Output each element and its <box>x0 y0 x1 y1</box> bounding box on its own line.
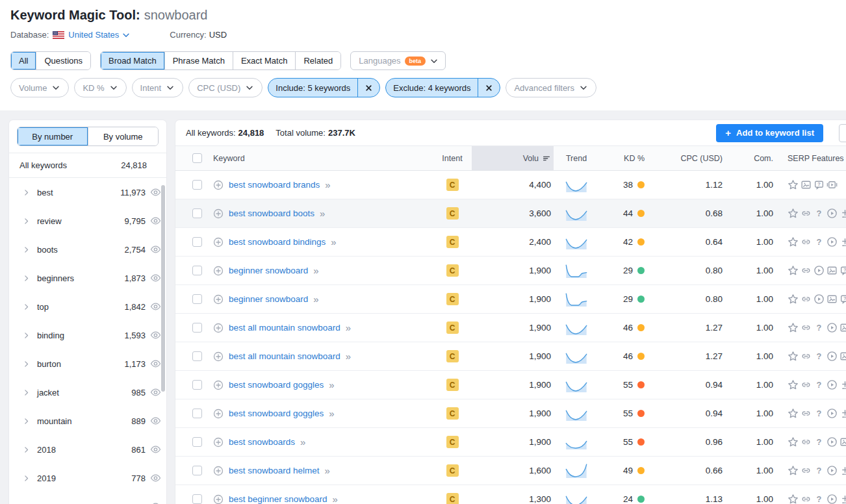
column-header-cpc[interactable]: CPC (USD) <box>680 154 723 163</box>
preview-eye-icon[interactable] <box>150 216 161 226</box>
filter-dropdown-cpc-usd-[interactable]: CPC (USD) <box>188 78 263 97</box>
sidebar-group-best[interactable]: best11,973 <box>9 178 166 207</box>
open-keyword-icon[interactable]: » <box>346 351 351 361</box>
preview-eye-icon[interactable] <box>150 501 161 504</box>
keyword-link[interactable]: best beginner snowboard <box>229 494 327 504</box>
add-keyword-icon[interactable] <box>213 466 224 476</box>
table-row[interactable]: best snowboard bindings»C2,400420.641.00 <box>175 228 846 257</box>
all-keywords-row[interactable]: All keywords 24,818 <box>9 153 166 178</box>
add-keyword-icon[interactable] <box>213 437 224 447</box>
exclude-filter-remove-button[interactable] <box>478 79 500 97</box>
tab-exact-match[interactable]: Exact Match <box>233 52 296 69</box>
chevron-right-icon[interactable] <box>22 246 31 254</box>
column-header-com[interactable]: Com. <box>754 154 773 163</box>
table-row[interactable]: best snowboard goggles»C1,900550.941.00 <box>175 371 846 399</box>
column-header-volume[interactable]: Volu <box>472 146 554 170</box>
preview-eye-icon[interactable] <box>150 301 161 312</box>
sidebar-group-mountain[interactable]: mountain889 <box>9 407 166 435</box>
open-keyword-icon[interactable]: » <box>313 266 318 275</box>
keyword-link[interactable]: best snowboard goggles <box>229 380 324 390</box>
sidebar-group-review[interactable]: review9,795 <box>9 207 166 235</box>
table-row[interactable]: best beginner snowboard»C1,300241.131.00 <box>175 485 846 504</box>
preview-eye-icon[interactable] <box>150 273 161 283</box>
row-checkbox[interactable] <box>192 437 202 447</box>
open-keyword-icon[interactable]: » <box>320 208 325 218</box>
open-keyword-icon[interactable]: » <box>333 494 338 504</box>
keyword-link[interactable]: best snowboard goggles <box>229 409 324 418</box>
keyword-link[interactable]: best snowboard helmet <box>229 466 320 475</box>
add-keyword-icon[interactable] <box>213 351 224 362</box>
table-row[interactable]: best all mountain snowboard»C1,900461.27… <box>175 342 846 371</box>
keyword-link[interactable]: best all mountain snowboard <box>229 351 340 361</box>
sort-by-volume-button[interactable]: By volume <box>88 127 159 145</box>
keyword-link[interactable]: best snowboard brands <box>229 180 320 190</box>
column-header-intent[interactable]: Intent <box>442 154 462 163</box>
add-keyword-icon[interactable] <box>213 294 224 305</box>
sidebar-group-men[interactable]: men674 <box>9 492 166 504</box>
table-row[interactable]: beginner snowboard»C1,900290.801.00 <box>175 285 846 314</box>
keyword-link[interactable]: beginner snowboard <box>229 266 308 275</box>
export-button-partial[interactable]: ⤓ <box>839 124 846 142</box>
row-checkbox[interactable] <box>192 323 202 333</box>
filter-dropdown-volume[interactable]: Volume <box>10 78 69 97</box>
sidebar-group-2019[interactable]: 2019778 <box>9 464 166 492</box>
table-row[interactable]: best snowboard goggles»C1,900550.941.00 <box>175 399 846 428</box>
sidebar-group-beginners[interactable]: beginners1,873 <box>9 264 166 292</box>
exclude-filter-chip[interactable]: Exclude: 4 keywords <box>385 78 500 97</box>
row-checkbox[interactable] <box>192 351 202 361</box>
add-keyword-icon[interactable] <box>213 208 224 219</box>
tab-all[interactable]: All <box>11 52 36 69</box>
row-checkbox[interactable] <box>192 180 202 190</box>
table-row[interactable]: best all mountain snowboard»C1,900461.27… <box>175 314 846 342</box>
chevron-right-icon[interactable] <box>22 303 31 311</box>
row-checkbox[interactable] <box>192 208 202 218</box>
open-keyword-icon[interactable]: » <box>313 294 318 304</box>
tab-questions[interactable]: Questions <box>36 52 90 69</box>
sidebar-group-jacket[interactable]: jacket985 <box>9 378 166 407</box>
chevron-right-icon[interactable] <box>22 274 31 283</box>
preview-eye-icon[interactable] <box>150 444 161 455</box>
include-filter-chip[interactable]: Include: 5 keywords <box>268 78 380 97</box>
preview-eye-icon[interactable] <box>150 244 161 255</box>
chevron-right-icon[interactable] <box>22 388 31 397</box>
keyword-link[interactable]: best snowboards <box>229 437 295 447</box>
chevron-right-icon[interactable] <box>22 217 31 225</box>
table-row[interactable]: best snowboard brands»C4,400381.121.00 <box>175 171 846 199</box>
languages-dropdown[interactable]: Languages beta <box>350 51 446 70</box>
add-keyword-icon[interactable] <box>213 266 224 276</box>
chevron-right-icon[interactable] <box>22 446 31 454</box>
sidebar-scrollbar[interactable] <box>161 185 165 392</box>
sidebar-group-binding[interactable]: binding1,593 <box>9 321 166 349</box>
sidebar-group-boots[interactable]: boots2,754 <box>9 235 166 264</box>
add-keyword-icon[interactable] <box>213 409 224 419</box>
row-checkbox[interactable] <box>192 494 202 504</box>
row-checkbox[interactable] <box>192 380 202 390</box>
add-to-keyword-list-button[interactable]: + Add to keyword list <box>716 124 823 142</box>
chevron-right-icon[interactable] <box>22 474 31 483</box>
tab-related[interactable]: Related <box>296 52 340 69</box>
table-row[interactable]: best snowboards»C1,900550.961.00 <box>175 428 846 457</box>
row-checkbox[interactable] <box>192 266 202 275</box>
preview-eye-icon[interactable] <box>150 473 161 483</box>
open-keyword-icon[interactable]: » <box>300 437 305 447</box>
row-checkbox[interactable] <box>192 409 202 418</box>
chevron-right-icon[interactable] <box>22 331 31 340</box>
column-header-keyword[interactable]: Keyword <box>213 154 245 163</box>
advanced-filters-dropdown[interactable]: Advanced filters <box>506 78 596 97</box>
sidebar-group-2018[interactable]: 2018861 <box>9 435 166 464</box>
filter-dropdown-kd-[interactable]: KD % <box>74 78 126 97</box>
include-filter-remove-button[interactable] <box>357 79 379 97</box>
table-row[interactable]: beginner snowboard»C1,900290.801.00 <box>175 257 846 285</box>
open-keyword-icon[interactable]: » <box>331 237 336 247</box>
open-keyword-icon[interactable]: » <box>325 180 330 190</box>
table-row[interactable]: best snowboard boots»C3,600440.681.00 <box>175 199 846 228</box>
open-keyword-icon[interactable]: » <box>329 409 334 418</box>
chevron-right-icon[interactable] <box>22 417 31 425</box>
open-keyword-icon[interactable]: » <box>346 323 351 333</box>
preview-eye-icon[interactable] <box>150 387 161 397</box>
filter-dropdown-intent[interactable]: Intent <box>132 78 184 97</box>
open-keyword-icon[interactable]: » <box>329 380 334 390</box>
chevron-right-icon[interactable] <box>22 360 31 368</box>
row-checkbox[interactable] <box>192 294 202 304</box>
add-keyword-icon[interactable] <box>213 380 224 390</box>
